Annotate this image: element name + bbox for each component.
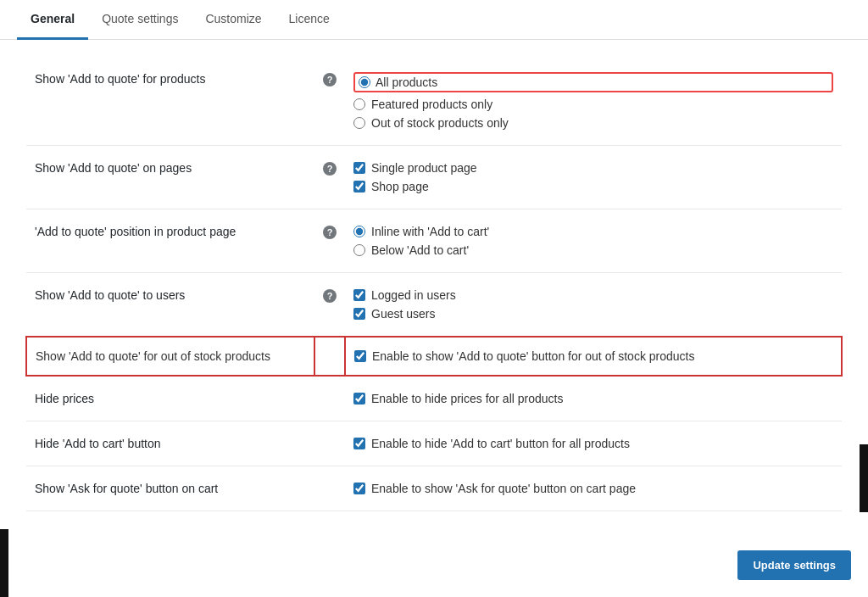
control-show-to-users: Logged in users Guest users [345, 273, 842, 338]
checkbox-label-single-product: Single product page [371, 161, 477, 175]
tab-customize[interactable]: Customize [192, 0, 275, 40]
help-show-on-pages: ? [314, 146, 345, 209]
checkbox-item-guest[interactable]: Guest users [353, 307, 833, 321]
control-hide-add-to-cart: Enable to hide 'Add to cart' button for … [345, 421, 842, 466]
left-scroll-indicator [0, 529, 8, 597]
control-show-on-pages: Single product page Shop page [345, 146, 842, 209]
checkbox-label-out-of-stock: Enable to show 'Add to quote' button for… [372, 349, 694, 363]
tabs-bar: General Quote settings Customize Licence [0, 0, 868, 40]
checkbox-out-of-stock[interactable] [354, 350, 366, 362]
radio-featured-products[interactable] [353, 98, 365, 110]
checkbox-item-logged-in[interactable]: Logged in users [353, 288, 833, 302]
settings-content: Show 'Add to quote' for products ? All p… [0, 40, 868, 528]
checkbox-label-hide-prices: Enable to hide prices for all products [371, 392, 563, 405]
row-hide-add-to-cart: Hide 'Add to cart' button Enable to hide… [26, 421, 842, 466]
label-show-on-pages: Show 'Add to quote' on pages [26, 146, 314, 209]
checkbox-group-users: Logged in users Guest users [353, 288, 833, 321]
radio-item-inline[interactable]: Inline with 'Add to cart' [353, 225, 833, 238]
settings-page: General Quote settings Customize Licence… [0, 0, 868, 597]
checkbox-shop-page[interactable] [353, 181, 365, 192]
help-ask-for-quote-cart [314, 466, 345, 511]
checkbox-group-pages: Single product page Shop page [353, 161, 833, 193]
checkbox-hide-prices[interactable] [353, 393, 365, 405]
help-icon-users[interactable]: ? [323, 289, 337, 303]
checkbox-label-shop-page: Shop page [371, 180, 429, 193]
help-hide-add-to-cart [314, 421, 345, 466]
radio-item-featured-products[interactable]: Featured products only [353, 98, 833, 111]
radio-item-below[interactable]: Below 'Add to cart' [353, 243, 833, 257]
radio-label-inline: Inline with 'Add to cart' [371, 225, 489, 238]
label-hide-add-to-cart: Hide 'Add to cart' button [26, 421, 314, 466]
checkbox-guest[interactable] [353, 308, 365, 320]
radio-below[interactable] [353, 244, 365, 256]
checkbox-label-hide-add-to-cart: Enable to hide 'Add to cart' button for … [371, 437, 630, 450]
radio-label-all-products: All products [376, 75, 437, 89]
checkbox-item-shop-page[interactable]: Shop page [353, 180, 833, 193]
help-icon-products[interactable]: ? [323, 73, 337, 86]
label-show-to-users: Show 'Add to quote' to users [26, 273, 314, 338]
radio-all-products[interactable] [359, 76, 370, 88]
row-position: 'Add to quote' position in product page … [26, 209, 842, 273]
tab-general[interactable]: General [17, 0, 88, 40]
checkbox-logged-in[interactable] [353, 289, 365, 301]
label-position: 'Add to quote' position in product page [26, 209, 314, 273]
checkbox-item-hide-prices[interactable]: Enable to hide prices for all products [353, 392, 833, 405]
help-hide-prices [314, 376, 345, 421]
radio-label-below: Below 'Add to cart' [371, 243, 469, 257]
row-show-for-products: Show 'Add to quote' for products ? All p… [26, 57, 842, 146]
radio-label-out-of-stock-products: Out of stock products only [371, 116, 509, 130]
checkbox-label-guest: Guest users [371, 307, 435, 321]
radio-out-of-stock-products[interactable] [353, 117, 365, 129]
label-ask-for-quote-cart: Show 'Ask for quote' button on cart [26, 466, 314, 511]
label-show-for-products: Show 'Add to quote' for products [26, 57, 314, 146]
row-hide-prices: Hide prices Enable to hide prices for al… [26, 376, 842, 421]
radio-item-out-of-stock-products[interactable]: Out of stock products only [353, 116, 833, 130]
settings-table: Show 'Add to quote' for products ? All p… [25, 57, 843, 511]
radio-item-all-products[interactable]: All products [353, 72, 833, 92]
label-out-of-stock: Show 'Add to quote' for out of stock pro… [36, 349, 270, 363]
label-hide-prices: Hide prices [26, 376, 314, 421]
checkbox-label-logged-in: Logged in users [371, 288, 456, 302]
tab-licence[interactable]: Licence [275, 0, 343, 40]
control-position: Inline with 'Add to cart' Below 'Add to … [345, 209, 842, 273]
radio-label-featured-products: Featured products only [371, 98, 492, 111]
update-settings-button[interactable]: Update settings [737, 550, 851, 580]
row-ask-for-quote-cart: Show 'Ask for quote' button on cart Enab… [26, 466, 842, 511]
checkbox-ask-for-quote-cart[interactable] [353, 483, 365, 494]
right-scroll-indicator [860, 444, 868, 512]
help-show-for-products: ? [314, 57, 345, 146]
control-show-for-products: All products Featured products only Out … [345, 57, 842, 146]
radio-group-position: Inline with 'Add to cart' Below 'Add to … [353, 225, 833, 257]
help-icon-position[interactable]: ? [323, 226, 337, 239]
row-show-on-pages: Show 'Add to quote' on pages ? Single pr… [26, 146, 842, 209]
radio-inline[interactable] [353, 226, 365, 237]
row-out-of-stock: Show 'Add to quote' for out of stock pro… [26, 337, 842, 376]
checkbox-label-ask-for-quote-cart: Enable to show 'Ask for quote' button on… [371, 482, 636, 495]
tab-quote-settings[interactable]: Quote settings [88, 0, 192, 40]
checkbox-item-out-of-stock[interactable]: Enable to show 'Add to quote' button for… [354, 349, 832, 363]
checkbox-item-single-product[interactable]: Single product page [353, 161, 833, 175]
control-hide-prices: Enable to hide prices for all products [345, 376, 842, 421]
row-show-to-users: Show 'Add to quote' to users ? Logged in… [26, 273, 842, 338]
checkbox-item-hide-add-to-cart[interactable]: Enable to hide 'Add to cart' button for … [353, 437, 833, 450]
help-position: ? [314, 209, 345, 273]
radio-group-products: All products Featured products only Out … [353, 72, 833, 130]
checkbox-single-product[interactable] [353, 162, 365, 174]
control-ask-for-quote-cart: Enable to show 'Ask for quote' button on… [345, 466, 842, 511]
checkbox-hide-add-to-cart[interactable] [353, 438, 365, 449]
help-show-to-users: ? [314, 273, 345, 338]
checkbox-item-ask-for-quote-cart[interactable]: Enable to show 'Ask for quote' button on… [353, 482, 833, 495]
help-icon-pages[interactable]: ? [323, 162, 337, 176]
